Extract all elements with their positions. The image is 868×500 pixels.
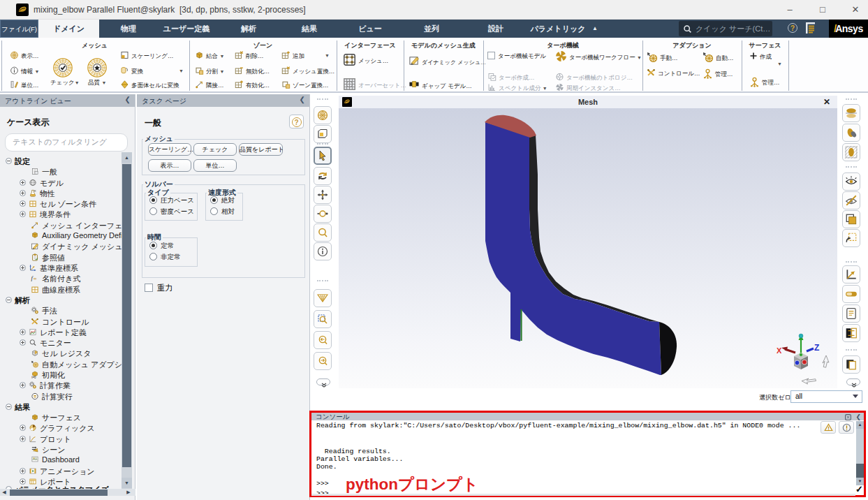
svg-text:Z: Z (814, 343, 819, 353)
svg-text:X: X (777, 346, 782, 355)
